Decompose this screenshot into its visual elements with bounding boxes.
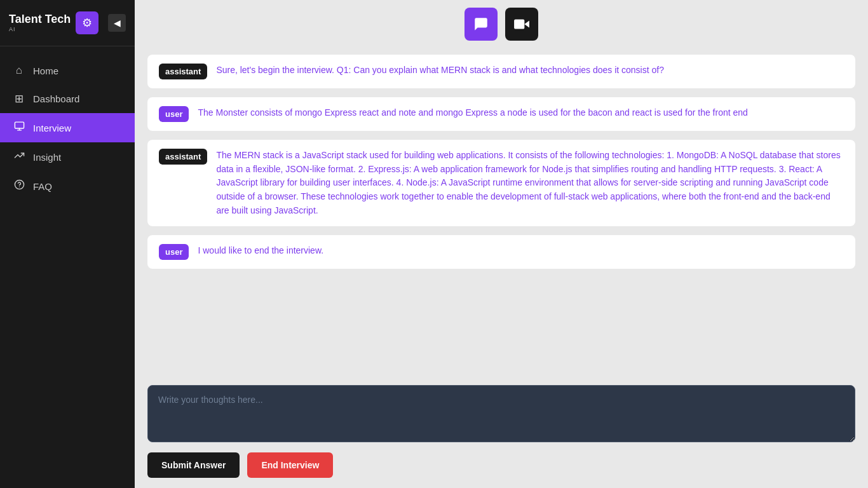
toolbar — [135, 0, 868, 48]
chat-bubble: userThe Monster consists of mongo Expres… — [147, 97, 855, 131]
sidebar: Talent Tech AI ⚙ ◀ ⌂ Home ⊞ Dashboard In… — [0, 0, 135, 488]
video-button[interactable] — [505, 8, 538, 41]
main-content: assistantSure, let's begin the interview… — [135, 0, 868, 488]
collapse-button[interactable]: ◀ — [108, 14, 126, 32]
logo-icon: ⚙ — [76, 11, 98, 34]
sidebar-item-label-interview: Interview — [33, 123, 71, 133]
sidebar-item-faq[interactable]: FAQ — [0, 172, 135, 201]
chat-bubble: userI would like to end the interview. — [147, 235, 855, 269]
message-badge: assistant — [159, 64, 207, 79]
message-badge: user — [159, 244, 189, 260]
home-icon: ⌂ — [13, 64, 25, 77]
message-badge: assistant — [159, 149, 207, 165]
interview-icon — [13, 121, 25, 135]
dashboard-icon: ⊞ — [13, 92, 25, 105]
svg-marker-3 — [524, 21, 529, 28]
svg-rect-4 — [514, 19, 524, 29]
nav-menu: ⌂ Home ⊞ Dashboard Interview Insight — [0, 46, 135, 488]
message-text: I would like to end the interview. — [198, 244, 323, 258]
sidebar-item-dashboard[interactable]: ⊞ Dashboard — [0, 85, 135, 113]
message-text: The MERN stack is a JavaScript stack use… — [216, 149, 844, 217]
submit-answer-button[interactable]: Submit Answer — [147, 452, 240, 478]
message-badge: user — [159, 106, 189, 122]
sidebar-item-home[interactable]: ⌂ Home — [0, 57, 135, 85]
chat-bubble: assistantSure, let's begin the interview… — [147, 55, 855, 88]
svg-rect-0 — [15, 122, 24, 128]
sidebar-item-label-dashboard: Dashboard — [33, 93, 79, 104]
chat-bubble: assistantThe MERN stack is a JavaScript … — [147, 140, 855, 226]
video-icon — [513, 16, 530, 32]
sidebar-item-label-home: Home — [33, 65, 58, 76]
sidebar-header: Talent Tech AI ⚙ ◀ — [0, 0, 135, 46]
message-text: Sure, let's begin the interview. Q1: Can… — [216, 64, 664, 78]
app-title-area: Talent Tech AI — [9, 13, 71, 32]
input-area: Submit Answer End Interview — [135, 376, 868, 488]
chat-area: assistantSure, let's begin the interview… — [135, 48, 868, 376]
end-interview-button[interactable]: End Interview — [247, 452, 333, 478]
chat-button[interactable] — [465, 8, 498, 41]
app-title: Talent Tech — [9, 13, 71, 26]
sidebar-item-insight[interactable]: Insight — [0, 142, 135, 172]
sidebar-item-interview[interactable]: Interview — [0, 113, 135, 142]
sidebar-item-label-insight: Insight — [33, 152, 61, 163]
faq-icon — [13, 179, 25, 193]
insight-icon — [13, 150, 25, 164]
chat-icon — [473, 16, 489, 32]
thought-input[interactable] — [147, 385, 855, 442]
sidebar-item-label-faq: FAQ — [33, 181, 52, 192]
app-subtitle: AI — [9, 26, 71, 32]
action-buttons: Submit Answer End Interview — [147, 452, 855, 478]
message-text: The Monster consists of mongo Express re… — [198, 106, 747, 120]
